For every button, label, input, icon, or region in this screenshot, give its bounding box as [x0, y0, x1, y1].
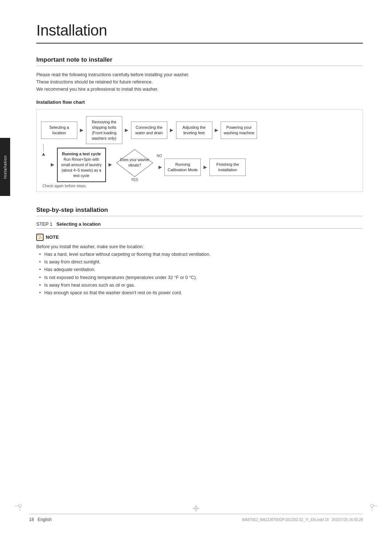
- left-connector: ▲: [41, 144, 46, 156]
- footer-page-num: 18 English: [29, 517, 52, 522]
- note-box: 📜 NOTE Before you install the washer, ma…: [36, 234, 363, 297]
- flowchart-section: Installation flow chart Selecting alocat…: [36, 99, 363, 192]
- bullet-1: Has a hard, level surface without carpet…: [39, 251, 363, 258]
- arrow1: ►: [79, 127, 85, 134]
- important-note-rule: [36, 66, 363, 66]
- bullet-4: Is not exposed to freezing temperatures …: [39, 274, 363, 282]
- flow-connect-water: Connecting thewater and drain: [131, 122, 167, 139]
- flow-test-cycle: Running a test cycle Run Rinse+Spin with…: [57, 148, 106, 182]
- title-rule: [36, 43, 363, 44]
- flow-remove-bolts: Removing theshipping bolts(Front loading…: [86, 116, 122, 144]
- bullet-5: Is away from heat sources such as oil or…: [39, 282, 363, 289]
- step1-label: STEP 1 Selecting a location: [36, 221, 363, 227]
- no-branch-flow: ► RunningCalibration Mode ► Finishing th…: [156, 159, 246, 176]
- check-note: Check again before steps.: [42, 184, 358, 188]
- important-note-body: Please read the following instructions c…: [36, 71, 363, 93]
- v-line-left: [43, 144, 44, 151]
- flow-finish: Finishing theinstallation: [209, 159, 246, 176]
- flowchart-row2: ► Running a test cycle Run Rinse+Spin wi…: [48, 148, 358, 182]
- step1-rule: [36, 228, 363, 229]
- no-branch: NO ► RunningCalibration Mode ► Finishing…: [156, 154, 246, 176]
- svg-point-14: [19, 504, 21, 507]
- footer-filename: WA8700J_WA22J8700GP-03133Z-02_YI_EN.indd…: [242, 518, 363, 522]
- step-by-step-section: Step-by-step installation STEP 1 Selecti…: [36, 206, 363, 297]
- flow-calibration: RunningCalibration Mode: [164, 159, 201, 176]
- up-arrow-left: ▲: [41, 151, 46, 156]
- step1-num: STEP 1: [36, 221, 53, 227]
- side-tab-label: Installation: [3, 155, 7, 179]
- flow-power-machine: Powering yourwashing machine: [221, 122, 257, 139]
- flow-adjust-feet: Adjusting theleveling feet: [176, 122, 212, 139]
- diamond-wrapper: Does your washer vibrate? YES: [115, 148, 155, 182]
- page-title: Installation: [36, 22, 363, 39]
- note-bullets: Has a hard, level surface without carpet…: [36, 251, 363, 297]
- flowchart-heading: Installation flow chart: [36, 99, 363, 105]
- step-by-step-heading: Step-by-step installation: [36, 206, 363, 214]
- svg-text:vibrate?: vibrate?: [128, 163, 141, 167]
- note-header: 📜 NOTE: [36, 234, 363, 241]
- page: Installation Installation Important note…: [0, 0, 392, 533]
- bullet-2: Is away from direct sunlight.: [39, 258, 363, 266]
- flowchart-row1: Selecting alocation ► Removing theshippi…: [41, 116, 358, 144]
- step-by-step-rule: [36, 216, 363, 216]
- corner-mark-bl: [15, 500, 25, 511]
- corner-mark-br: [367, 500, 377, 511]
- diamond-yes-label: YES: [131, 178, 138, 182]
- note-label: NOTE: [46, 234, 59, 240]
- arrow4: ►: [214, 127, 220, 134]
- side-tab: Installation: [0, 138, 10, 196]
- arrow2: ►: [124, 127, 130, 134]
- bullet-3: Has adequate ventilation.: [39, 266, 363, 274]
- arrow8: ►: [202, 164, 208, 171]
- flow-select-location: Selecting alocation: [41, 122, 77, 139]
- step1-section: STEP 1 Selecting a location 📜 NOTE Befor…: [36, 221, 363, 297]
- test-cycle-title: Running a test cycle: [62, 152, 101, 156]
- arrow3: ►: [169, 127, 175, 134]
- important-note-section: Important note to installer Please read …: [36, 56, 363, 192]
- svg-point-17: [371, 504, 373, 507]
- important-note-heading: Important note to installer: [36, 56, 363, 63]
- diamond-no-label: NO: [157, 154, 162, 158]
- step1-title: Selecting a location: [56, 221, 101, 227]
- bottom-center-mark: [191, 505, 201, 513]
- bullet-6: Has enough space so that the washer does…: [39, 289, 363, 297]
- arrow5: ►: [50, 161, 56, 168]
- connector-area: ▲ ► Running a test cycle Run Rinse+Spin …: [41, 144, 358, 182]
- flowchart: Selecting alocation ► Removing theshippi…: [36, 109, 363, 192]
- test-cycle-sub: Run Rinse+Spin with small amount of laun…: [61, 157, 101, 178]
- arrow6: ►: [107, 161, 113, 168]
- arrow7: ►: [158, 164, 163, 171]
- svg-text:Does your washer: Does your washer: [120, 158, 149, 162]
- note-intro: Before you install the washer, make sure…: [36, 243, 363, 251]
- page-footer: 18 English WA8700J_WA22J8700GP-03133Z-02…: [29, 514, 363, 522]
- note-icon: 📜: [36, 234, 44, 241]
- diamond-svg: Does your washer vibrate?: [115, 148, 155, 179]
